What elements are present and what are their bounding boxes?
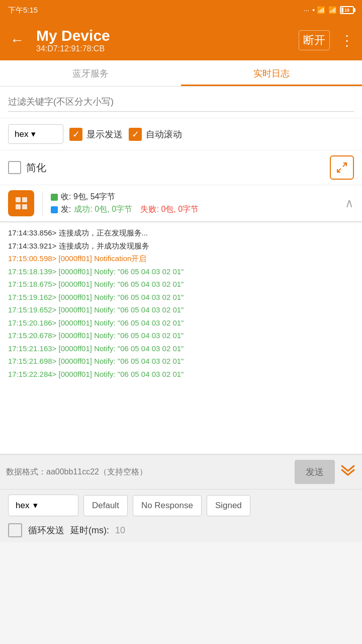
controls-row: hex ▾ ✓ 显示发送 ✓ 自动滚动 xyxy=(0,118,362,150)
log-line-11: 17:15:22.284> [0000ff01] Notify: "06 05 … xyxy=(8,368,354,381)
log-line-6: 17:15:19.652> [0000ff01] Notify: "06 05 … xyxy=(8,303,354,316)
log-area: 17:14:33.856> 连接成功，正在发现服务... 17:14:33.92… xyxy=(0,222,362,454)
wifi-icon: 📶 xyxy=(328,6,337,14)
log-line-10: 17:15:21.698> [0000ff01] Notify: "06 05 … xyxy=(8,355,354,368)
filter-input[interactable] xyxy=(8,93,354,112)
simplify-row: 简化 xyxy=(0,150,362,185)
tab-bar: 蓝牙服务 实时日志 xyxy=(0,60,362,87)
log-line-7: 17:15:20.186> [0000ff01] Notify: "06 05 … xyxy=(8,316,354,330)
log-line-2: 17:15:00.598> [0000ff01] Notification开启 xyxy=(8,252,354,265)
log-line-0: 17:14:33.856> 连接成功，正在发现服务... xyxy=(8,226,354,239)
delay-label: 延时(ms): xyxy=(70,524,109,536)
simplify-label: 简化 xyxy=(26,161,46,175)
battery-icon: 19 xyxy=(340,6,354,14)
stats-icon xyxy=(8,190,34,216)
log-line-8: 17:15:20.678> [0000ff01] Notify: "06 05 … xyxy=(8,329,354,342)
send-bar: 发送 xyxy=(0,454,362,489)
log-line-9: 17:15:21.163> [0000ff01] Notify: "06 05 … xyxy=(8,342,354,355)
chevron-down-icon: ▾ xyxy=(31,129,36,139)
format-select[interactable]: hex ▾ xyxy=(8,124,63,144)
status-time: 下午5:15 xyxy=(8,6,38,15)
log-line-3: 17:15:18.139> [0000ff01] Notify: "06 05 … xyxy=(8,265,354,278)
disconnect-button[interactable]: 断开 xyxy=(299,30,330,50)
chevron-down-icon: ▾ xyxy=(33,500,38,511)
loop-send-label: 循环发送 xyxy=(28,524,64,536)
svg-line-1 xyxy=(337,169,341,172)
stats-text: 收: 9包, 54字节 发: 成功: 0包, 0字节 失败: 0包, 0字节 xyxy=(51,192,339,215)
bottom-row2: 循环发送 延时(ms): 10 xyxy=(8,523,354,537)
bottom-format-select[interactable]: hex ▾ xyxy=(8,495,78,516)
filter-section xyxy=(0,87,362,118)
delay-value: 10 xyxy=(115,525,125,536)
collapse-button[interactable]: ∧ xyxy=(345,196,354,210)
back-button[interactable]: ← xyxy=(6,28,28,52)
bottom-row1: hex ▾ Default No Response Signed xyxy=(8,495,354,516)
bluetooth-icon: • 📶 xyxy=(312,6,325,14)
no-response-button[interactable]: No Response xyxy=(133,495,202,516)
status-icons: ··· • 📶 📶 19 xyxy=(304,6,354,14)
expand-down-button[interactable] xyxy=(340,462,356,482)
toolbar: ← My Device 34:D7:12:91:78:CB 断开 ⋮ xyxy=(0,20,362,60)
status-bar: 下午5:15 ··· • 📶 📶 19 xyxy=(0,0,362,20)
stats-bar: 收: 9包, 54字节 发: 成功: 0包, 0字节 失败: 0包, 0字节 ∧ xyxy=(0,185,362,222)
toolbar-title-block: My Device 34:D7:12:91:78:CB xyxy=(36,27,299,53)
show-send-checkbox[interactable]: ✓ xyxy=(69,128,82,141)
format-value: hex xyxy=(15,129,28,139)
log-line-5: 17:15:19.162> [0000ff01] Notify: "06 05 … xyxy=(8,291,354,304)
tab-bluetooth-service[interactable]: 蓝牙服务 xyxy=(0,60,181,86)
show-send-label[interactable]: ✓ 显示发送 xyxy=(69,128,123,141)
log-line-1: 17:14:33.921> 连接成功，并成功发现服务 xyxy=(8,239,354,253)
auto-scroll-label[interactable]: ✓ 自动滚动 xyxy=(129,128,182,141)
send-stats: 发: 成功: 0包, 0字节 失败: 0包, 0字节 xyxy=(51,204,339,215)
default-button[interactable]: Default xyxy=(83,495,128,516)
device-address: 34:D7:12:91:78:CB xyxy=(36,44,299,53)
toolbar-actions: 断开 ⋮ xyxy=(299,30,356,51)
loop-send-checkbox[interactable] xyxy=(8,523,22,537)
more-menu-button[interactable]: ⋮ xyxy=(338,30,356,51)
recv-stats: 收: 9包, 54字节 xyxy=(51,192,339,202)
send-button[interactable]: 发送 xyxy=(295,460,335,484)
signed-button[interactable]: Signed xyxy=(207,495,250,516)
simplify-checkbox[interactable] xyxy=(8,161,21,174)
auto-scroll-checkbox[interactable]: ✓ xyxy=(129,128,142,141)
bottom-controls: hex ▾ Default No Response Signed 循环发送 延时… xyxy=(0,489,362,542)
signal-dots-icon: ··· xyxy=(304,6,310,14)
recv-indicator xyxy=(51,194,58,201)
tab-realtime-log[interactable]: 实时日志 xyxy=(181,60,362,86)
svg-line-0 xyxy=(343,163,346,167)
device-name: My Device xyxy=(36,27,299,44)
expand-button[interactable] xyxy=(330,155,354,180)
log-line-4: 17:15:18.675> [0000ff01] Notify: "06 05 … xyxy=(8,278,354,291)
simplify-left: 简化 xyxy=(8,161,46,175)
send-indicator xyxy=(51,206,58,213)
send-input[interactable] xyxy=(6,467,290,476)
